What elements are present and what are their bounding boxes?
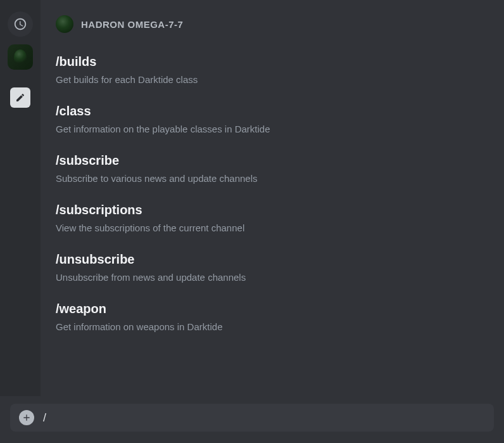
command-name: /subscriptions [56, 203, 489, 217]
main-area: HADRON OMEGA-7-7 /builds Get builds for … [0, 0, 504, 396]
command-name: /subscribe [56, 153, 489, 168]
bot-avatar[interactable] [8, 44, 33, 70]
command-builds[interactable]: /builds Get builds for each Darktide cla… [56, 48, 489, 98]
command-weapon[interactable]: /weapon Get information on weapons in Da… [56, 295, 489, 345]
command-description: Get information on weapons in Darktide [56, 320, 489, 333]
command-subscriptions[interactable]: /subscriptions View the subscriptions of… [56, 196, 489, 246]
command-class[interactable]: /class Get information on the playable c… [56, 98, 489, 147]
command-description: Get information on the playable classes … [56, 122, 489, 136]
command-unsubscribe[interactable]: /unsubscribe Unsubscribe from news and u… [56, 246, 489, 295]
sidebar [0, 0, 41, 396]
command-description: View the subscriptions of the current ch… [56, 221, 489, 234]
command-name: /unsubscribe [56, 252, 489, 267]
edit-button[interactable] [10, 87, 30, 108]
command-list: HADRON OMEGA-7-7 /builds Get builds for … [41, 0, 504, 396]
recent-icon[interactable] [8, 11, 33, 37]
message-input-bar [0, 396, 504, 443]
add-attachment-button[interactable] [19, 410, 34, 425]
bot-name: HADRON OMEGA-7-7 [81, 19, 183, 30]
command-name: /builds [56, 55, 489, 69]
message-input[interactable] [43, 411, 485, 425]
command-name: /weapon [56, 302, 489, 316]
plus-icon [22, 413, 32, 423]
command-description: Unsubscribe from news and update channel… [56, 271, 489, 284]
bot-header: HADRON OMEGA-7-7 [56, 15, 489, 33]
command-name: /class [56, 104, 489, 119]
pencil-icon [15, 93, 25, 103]
command-description: Get builds for each Darktide class [56, 73, 489, 86]
command-description: Subscribe to various news and update cha… [56, 172, 489, 185]
message-input-container [10, 404, 494, 432]
bot-header-avatar [56, 15, 73, 33]
clock-icon [13, 17, 27, 31]
command-subscribe[interactable]: /subscribe Subscribe to various news and… [56, 147, 489, 196]
